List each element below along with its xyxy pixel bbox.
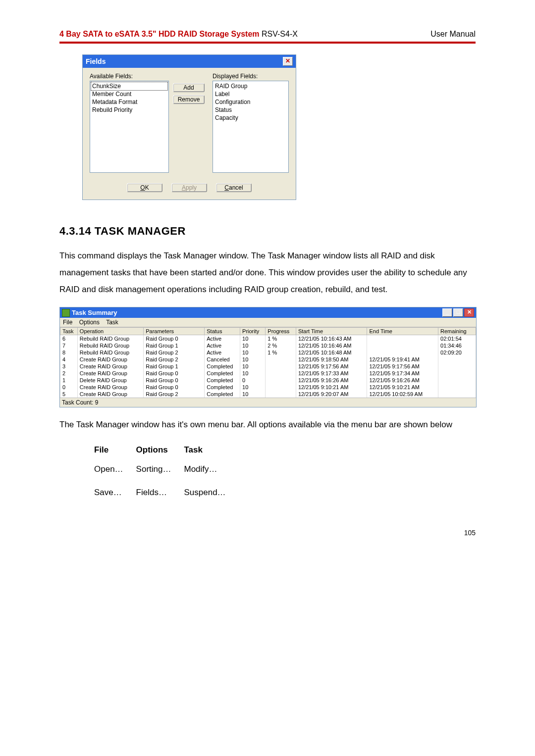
table-cell <box>266 370 296 377</box>
list-item[interactable]: Member Count <box>91 90 167 98</box>
list-item[interactable]: Status <box>214 106 287 114</box>
table-cell: 0 <box>240 377 266 384</box>
table-cell: 1 % <box>266 335 296 343</box>
table-cell: Raid Group 1 <box>144 342 205 349</box>
col-operation[interactable]: Operation <box>77 328 143 335</box>
dialog-title: Fields <box>86 57 106 65</box>
menu-bar: File Options Task <box>60 318 476 327</box>
section-heading: 4.3.14 TASK MANAGER <box>59 225 476 238</box>
table-row[interactable]: 2Create RAID GroupRaid Group 0Completed1… <box>60 370 476 377</box>
list-item[interactable]: Configuration <box>214 98 287 106</box>
col-remaining[interactable]: Remaining <box>438 328 476 335</box>
table-cell: 7 <box>60 342 78 349</box>
list-item[interactable]: ChunkSize <box>91 82 167 90</box>
table-row[interactable]: 4Create RAID GroupRaid Group 2Canceled10… <box>60 356 476 363</box>
menu-options[interactable]: Options <box>79 319 100 326</box>
table-cell: 0 <box>60 384 78 391</box>
table-cell: 10 <box>240 356 266 363</box>
table-cell <box>266 356 296 363</box>
table-row[interactable]: 6Rebuild RAID GroupRaid Group 0Active101… <box>60 335 476 343</box>
close-icon[interactable]: ✕ <box>464 308 474 317</box>
table-cell: 5 <box>60 391 78 398</box>
table-cell <box>266 391 296 398</box>
table-cell: Delete RAID Group <box>77 377 143 384</box>
list-item[interactable]: Metadata Format <box>91 98 167 106</box>
table-cell: Raid Group 2 <box>144 391 205 398</box>
table-cell: 12/21/05 9:16:26 AM <box>296 377 367 384</box>
table-cell: 12/21/05 9:10:21 AM <box>367 384 438 391</box>
remove-button[interactable]: Remove <box>173 95 205 104</box>
table-cell: 12/21/05 9:17:33 AM <box>296 370 367 377</box>
table-cell: Create RAID Group <box>77 370 143 377</box>
menu-task[interactable]: Task <box>106 319 118 326</box>
menu-file[interactable]: File <box>63 319 72 326</box>
col-task[interactable]: Task <box>60 328 78 335</box>
add-button[interactable]: Add <box>173 83 205 92</box>
table-cell: 12/21/05 10:16:43 AM <box>296 335 367 343</box>
table-cell: Raid Group 0 <box>144 377 205 384</box>
minimize-icon[interactable]: _ <box>442 308 452 317</box>
header-divider <box>59 42 476 44</box>
table-cell: 1 % <box>266 349 296 356</box>
table-row[interactable]: 7Rebuild RAID GroupRaid Group 1Active102… <box>60 342 476 349</box>
table-cell: 12/21/05 9:17:56 AM <box>367 363 438 370</box>
table-row[interactable]: 0Create RAID GroupRaid Group 0Completed1… <box>60 384 476 391</box>
dialog-titlebar: Fields ✕ <box>83 55 296 68</box>
window-title: Task Summary <box>72 309 117 316</box>
table-cell: 10 <box>240 335 266 343</box>
list-item[interactable]: RAID Group <box>214 82 287 90</box>
table-cell <box>367 342 438 349</box>
status-bar: Task Count: 9 <box>60 398 476 407</box>
ok-button[interactable]: OK <box>127 183 162 192</box>
table-cell: 12/21/05 9:10:21 AM <box>296 384 367 391</box>
table-row[interactable]: 3Create RAID GroupRaid Group 1Completed1… <box>60 363 476 370</box>
available-fields-list[interactable]: ChunkSize Member Count Metadata Format R… <box>90 81 169 173</box>
table-cell: 12/21/05 9:20:07 AM <box>296 391 367 398</box>
table-cell: Rebuild RAID Group <box>77 335 143 343</box>
page-header: 4 Bay SATA to eSATA 3.5" HDD RAID Storag… <box>59 30 476 39</box>
col-end-time[interactable]: End Time <box>367 328 438 335</box>
displayed-fields-list[interactable]: RAID Group Label Configuration Status Ca… <box>213 81 289 173</box>
table-cell: 10 <box>240 349 266 356</box>
table-cell: Rebuild RAID Group <box>77 349 143 356</box>
table-cell: Create RAID Group <box>77 363 143 370</box>
list-item[interactable]: Label <box>214 90 287 98</box>
table-cell <box>367 349 438 356</box>
table-row[interactable]: 1Delete RAID GroupRaid Group 0Completed0… <box>60 377 476 384</box>
col-progress[interactable]: Progress <box>266 328 296 335</box>
table-cell: 02:01:54 <box>438 335 476 343</box>
table-cell: 12/21/05 9:16:26 AM <box>367 377 438 384</box>
table-cell: Completed <box>205 384 240 391</box>
list-item[interactable]: Rebuild Priority <box>91 106 167 114</box>
table-cell: Raid Group 0 <box>144 335 205 343</box>
table-cell: Active <box>205 349 240 356</box>
apply-button[interactable]: Apply <box>171 183 207 192</box>
task-summary-window: Task Summary _ □ ✕ File Options Task T <box>59 307 477 407</box>
table-cell: 2 <box>60 370 78 377</box>
table-cell <box>438 391 476 398</box>
menuopt-cell: Modify… <box>184 458 238 481</box>
table-cell: 01:34:46 <box>438 342 476 349</box>
col-priority[interactable]: Priority <box>240 328 266 335</box>
maximize-icon[interactable]: □ <box>453 308 463 317</box>
table-cell: Raid Group 0 <box>144 370 205 377</box>
cancel-button[interactable]: Cancel <box>216 183 252 192</box>
list-item[interactable]: Capacity <box>214 114 287 122</box>
col-status[interactable]: Status <box>205 328 240 335</box>
task-table: Task Operation Parameters Status Priorit… <box>60 327 476 398</box>
table-cell: 02:09:20 <box>438 349 476 356</box>
table-cell: Create RAID Group <box>77 356 143 363</box>
table-row[interactable]: 5Create RAID GroupRaid Group 2Completed1… <box>60 391 476 398</box>
table-cell: Completed <box>205 370 240 377</box>
table-cell <box>266 363 296 370</box>
menu-options-table: File Options Task Open… Sorting… Modify…… <box>94 442 239 504</box>
close-icon[interactable]: ✕ <box>283 57 293 66</box>
header-title: 4 Bay SATA to eSATA 3.5" HDD RAID Storag… <box>59 30 298 39</box>
col-parameters[interactable]: Parameters <box>144 328 205 335</box>
col-start-time[interactable]: Start Time <box>296 328 367 335</box>
table-row[interactable]: 8Rebuild RAID GroupRaid Group 2Active101… <box>60 349 476 356</box>
table-cell: 12/21/05 10:02:59 AM <box>367 391 438 398</box>
table-cell: 12/21/05 9:19:41 AM <box>367 356 438 363</box>
table-cell: 10 <box>240 363 266 370</box>
table-cell <box>438 363 476 370</box>
